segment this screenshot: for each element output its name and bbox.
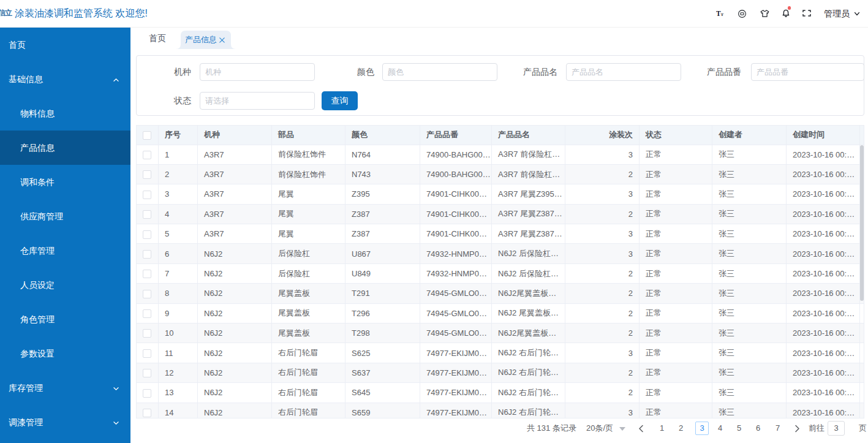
svg-text:T: T [721,12,724,17]
